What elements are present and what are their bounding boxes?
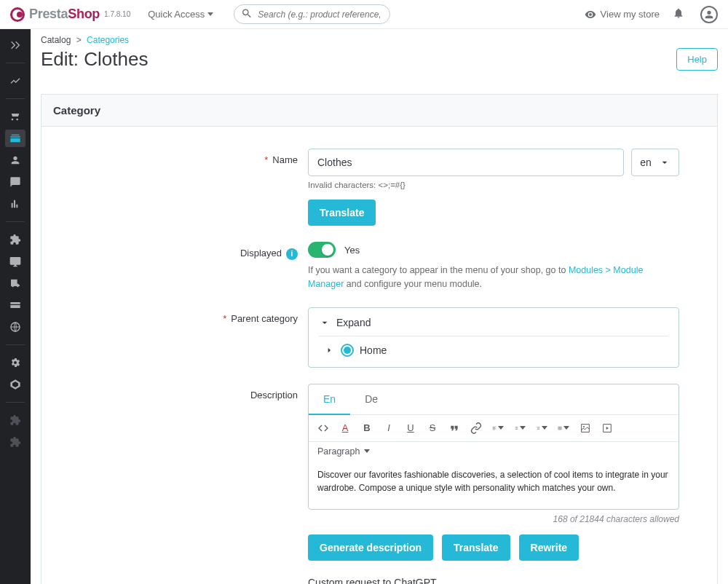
nav-customer-service[interactable]: [5, 173, 25, 191]
strikethrough-icon[interactable]: S: [427, 422, 438, 434]
displayed-hint: If you want a category to appear in the …: [308, 264, 679, 291]
radio-icon[interactable]: [341, 344, 354, 357]
nav-configure[interactable]: [5, 354, 25, 371]
nav-modules[interactable]: [5, 231, 25, 248]
breadcrumb-parent[interactable]: Catalog: [41, 35, 71, 45]
blockquote-icon[interactable]: [448, 422, 460, 434]
video-icon[interactable]: [601, 422, 613, 434]
logo-icon: [10, 7, 25, 22]
nav-advanced[interactable]: [5, 376, 25, 393]
breadcrumb: Catalog > Categories: [31, 29, 728, 48]
breadcrumb-current[interactable]: Categories: [87, 35, 129, 45]
paragraph-selector[interactable]: Paragraph: [309, 442, 678, 462]
side-nav: [0, 29, 31, 584]
underline-icon[interactable]: U: [405, 422, 416, 434]
displayed-label: Displayed: [240, 248, 282, 259]
nav-catalog[interactable]: [5, 130, 25, 147]
card-title: Category: [41, 95, 717, 127]
displayed-toggle[interactable]: [308, 242, 336, 258]
notifications-icon[interactable]: [673, 7, 687, 22]
image-icon[interactable]: [579, 422, 591, 434]
nav-design[interactable]: [5, 253, 25, 270]
custom-request-label: Custom request to ChatGPT: [308, 577, 679, 585]
app-logo[interactable]: PrestaShop: [10, 7, 100, 22]
editor-toolbar: A B I U S 1: [309, 415, 678, 442]
tree-node-label: Home: [360, 344, 387, 356]
nav-payment[interactable]: [5, 296, 25, 314]
tree-expand-button[interactable]: Expand: [319, 317, 668, 336]
nav-shipping[interactable]: [5, 275, 25, 292]
link-icon[interactable]: [470, 422, 482, 434]
name-hint: Invalid characters: <>;=#{}: [308, 181, 679, 189]
nav-international[interactable]: [5, 318, 25, 336]
profile-avatar[interactable]: [700, 6, 718, 23]
translate-name-button[interactable]: Translate: [308, 200, 376, 226]
editor-content[interactable]: Discover our favorites fashionable disco…: [309, 462, 678, 509]
search-input[interactable]: [234, 4, 390, 24]
bold-icon[interactable]: B: [361, 422, 373, 434]
page-title: Edit: Clothes: [41, 48, 148, 71]
rewrite-button[interactable]: Rewrite: [519, 534, 579, 561]
nav-collapse[interactable]: [5, 36, 25, 54]
version-label: 1.7.8.10: [104, 10, 130, 18]
nav-customers[interactable]: [5, 151, 25, 169]
chevron-down-icon: [319, 317, 331, 328]
nav-stats[interactable]: [5, 195, 25, 213]
generate-description-button[interactable]: Generate description: [308, 534, 433, 561]
align-icon[interactable]: [492, 422, 504, 434]
displayed-value: Yes: [344, 245, 360, 256]
search-icon: [241, 7, 253, 21]
parent-label: Parent category: [231, 313, 298, 324]
name-label: Name: [272, 154, 298, 165]
bullet-list-icon[interactable]: [514, 422, 526, 434]
table-icon[interactable]: [558, 422, 569, 434]
numbered-list-icon[interactable]: 1: [536, 422, 547, 434]
chevron-down-icon: [207, 12, 213, 16]
nav-dashboard[interactable]: [5, 72, 25, 90]
language-selector[interactable]: en: [631, 149, 679, 176]
char-counter: 168 of 21844 characters allowed: [308, 514, 679, 524]
quick-access-dropdown[interactable]: Quick Access: [148, 9, 213, 20]
description-label: Description: [68, 384, 308, 585]
eye-icon: [585, 9, 596, 20]
parent-category-tree: Expand Home: [308, 307, 679, 368]
nav-module-1[interactable]: [5, 411, 25, 429]
chevron-right-icon: [323, 344, 335, 356]
info-icon[interactable]: i: [286, 248, 298, 260]
editor-tab-de[interactable]: De: [350, 384, 392, 414]
name-input[interactable]: [308, 149, 624, 176]
editor-tab-en[interactable]: En: [309, 384, 350, 415]
help-button[interactable]: Help: [676, 48, 718, 71]
italic-icon[interactable]: I: [383, 422, 395, 434]
search-container: [234, 4, 390, 24]
rich-text-editor: En De A B I U S: [308, 384, 679, 510]
nav-module-2[interactable]: [5, 433, 25, 451]
nav-orders[interactable]: [5, 108, 25, 125]
tree-node-home[interactable]: Home: [319, 336, 668, 358]
translate-description-button[interactable]: Translate: [442, 534, 510, 561]
source-code-icon[interactable]: [317, 422, 329, 434]
chevron-down-icon: [659, 157, 670, 168]
svg-text:1: 1: [536, 427, 537, 427]
svg-point-1: [583, 426, 585, 427]
view-store-link[interactable]: View my store: [585, 9, 660, 20]
text-color-icon[interactable]: A: [339, 422, 351, 434]
